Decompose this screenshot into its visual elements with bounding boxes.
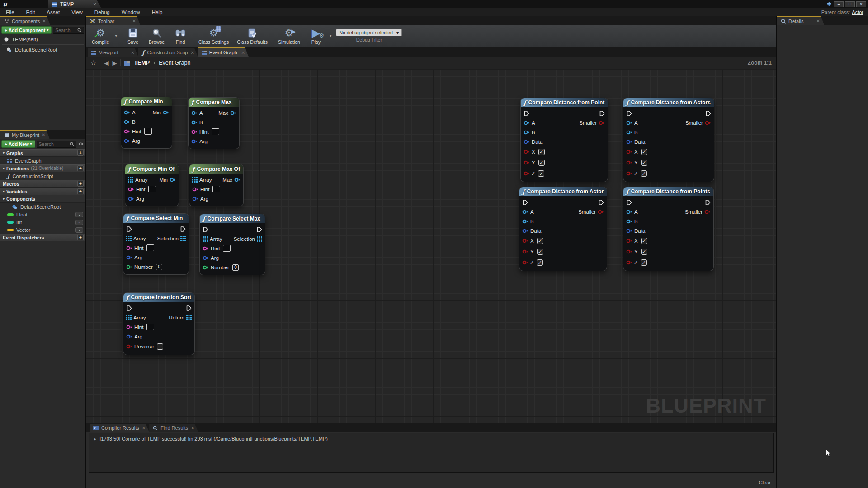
node-title-bar[interactable]: ƒCompare Min Of bbox=[125, 164, 179, 174]
input-pin-arg[interactable] bbox=[124, 138, 130, 144]
add-event-dispatcher-button[interactable]: + bbox=[77, 235, 84, 240]
component-item-self[interactable]: TEMP(self) bbox=[0, 35, 85, 43]
output-pin-smaller[interactable] bbox=[705, 120, 711, 126]
variable-visibility-toggle[interactable]: ⌄ bbox=[75, 212, 83, 217]
exec-in-pin[interactable] bbox=[522, 199, 528, 206]
exec-out-pin[interactable] bbox=[598, 199, 604, 206]
tab-components-close-icon[interactable]: ✕ bbox=[42, 19, 46, 23]
clear-button[interactable]: Clear bbox=[759, 480, 771, 485]
back-arrow-icon[interactable]: ◀ bbox=[104, 60, 108, 66]
menu-asset[interactable]: Asset bbox=[41, 9, 66, 15]
compile-options-caret-icon[interactable]: ▾ bbox=[113, 33, 119, 38]
input-pin-a[interactable] bbox=[626, 120, 632, 126]
simulation-button[interactable]: ⚙▶ Simulation bbox=[274, 26, 304, 46]
input-pin-hint[interactable] bbox=[191, 129, 198, 135]
input-pin-array[interactable] bbox=[128, 177, 133, 183]
node-compare-insertion-sort[interactable]: ƒCompare Insertion SortArrayReturnHintAr… bbox=[123, 292, 195, 355]
output-pin-smaller[interactable] bbox=[599, 120, 605, 126]
checkbox-checked[interactable]: ✓ bbox=[641, 238, 647, 244]
tab-event-graph[interactable]: Event Graph ✕ bbox=[198, 47, 249, 57]
tab-details-close-icon[interactable]: ✕ bbox=[816, 19, 820, 23]
node-title-bar[interactable]: ƒCompare Distance from Actors bbox=[623, 98, 714, 107]
input-pin-hint[interactable] bbox=[128, 187, 134, 192]
tab-details[interactable]: Details ✕ bbox=[777, 16, 824, 25]
input-pin-array[interactable] bbox=[203, 236, 208, 242]
menu-file[interactable]: File bbox=[0, 9, 20, 15]
input-pin-arg[interactable] bbox=[126, 255, 132, 260]
section-variables[interactable]: ▾ Variables + bbox=[0, 188, 85, 195]
input-pin-hint[interactable] bbox=[192, 187, 198, 192]
checkbox-checked[interactable]: ✓ bbox=[537, 249, 543, 255]
hint-textbox[interactable] bbox=[223, 245, 231, 252]
exec-in-pin[interactable] bbox=[203, 226, 208, 233]
tab-my-blueprint[interactable]: My Blueprint ✕ bbox=[0, 130, 50, 139]
parent-class-link[interactable]: Actor bbox=[852, 9, 863, 15]
input-pin-a[interactable] bbox=[124, 110, 130, 115]
components-search[interactable] bbox=[53, 27, 84, 34]
tab-toolbar[interactable]: Toolbar ✕ bbox=[86, 16, 140, 25]
input-pin-b[interactable] bbox=[524, 130, 530, 135]
node-title-bar[interactable]: ƒCompare Distance from Point bbox=[521, 98, 608, 107]
input-pin-array[interactable] bbox=[192, 177, 198, 183]
menu-edit[interactable]: Edit bbox=[20, 9, 41, 15]
checkbox-checked[interactable]: ✓ bbox=[641, 170, 647, 177]
input-pin-number[interactable] bbox=[203, 265, 209, 270]
menu-debug[interactable]: Debug bbox=[89, 9, 116, 15]
exec-in-pin[interactable] bbox=[626, 110, 632, 117]
input-pin-array[interactable] bbox=[126, 315, 132, 320]
event-graph-canvas[interactable]: BLUEPRINT ƒCompare MinAMinBHintArgƒCompa… bbox=[86, 69, 776, 423]
input-pin-reverse[interactable] bbox=[126, 344, 132, 349]
input-pin-hint[interactable] bbox=[124, 129, 130, 134]
log-entry[interactable]: ● [1703,50] Compile of TEMP successful! … bbox=[89, 433, 773, 444]
output-pin-max[interactable] bbox=[230, 110, 236, 116]
number-input[interactable]: 0 bbox=[156, 264, 162, 270]
eye-filter-icon[interactable] bbox=[78, 142, 84, 146]
function-item-constructionscript[interactable]: ƒ ConstructionScript bbox=[0, 172, 85, 180]
components-search-input[interactable] bbox=[55, 28, 77, 33]
output-pin-smaller[interactable] bbox=[598, 209, 604, 215]
hint-textbox[interactable] bbox=[144, 128, 152, 135]
input-pin-hint[interactable] bbox=[203, 246, 209, 251]
section-functions[interactable]: ▾ Functions (21 Overridable) + bbox=[0, 164, 85, 172]
expand-triangle-icon[interactable]: ▾ bbox=[3, 197, 5, 201]
input-pin-x[interactable] bbox=[626, 238, 632, 244]
checkbox-checked[interactable]: ✓ bbox=[538, 170, 544, 177]
add-macro-button[interactable]: + bbox=[77, 181, 84, 187]
checkbox-checked[interactable]: ✓ bbox=[537, 259, 543, 266]
expand-triangle-icon[interactable]: ▾ bbox=[3, 166, 5, 170]
exec-out-pin[interactable] bbox=[705, 110, 711, 117]
output-pin-min[interactable] bbox=[163, 110, 169, 115]
minimize-button[interactable]: – bbox=[834, 1, 844, 7]
input-pin-y[interactable] bbox=[626, 160, 632, 165]
node-compare-min[interactable]: ƒCompare MinAMinBHintArg bbox=[121, 97, 172, 149]
close-button[interactable]: ✕ bbox=[856, 1, 866, 7]
tab-viewport-close-icon[interactable]: ✕ bbox=[131, 50, 135, 55]
menu-help[interactable]: Help bbox=[146, 9, 169, 15]
input-pin-z[interactable] bbox=[626, 171, 632, 176]
node-title-bar[interactable]: ƒCompare Select Max bbox=[200, 214, 265, 223]
node-title-bar[interactable]: ƒCompare Insertion Sort bbox=[123, 293, 194, 302]
tab-construction-script-close-icon[interactable]: ✕ bbox=[190, 50, 194, 55]
input-pin-a[interactable] bbox=[522, 209, 528, 215]
input-pin-y[interactable] bbox=[522, 249, 528, 254]
checkbox-checked[interactable]: ✓ bbox=[537, 238, 543, 244]
hint-textbox[interactable] bbox=[212, 128, 219, 135]
input-pin-y[interactable] bbox=[524, 160, 530, 165]
input-pin-y[interactable] bbox=[626, 249, 632, 254]
input-pin-arg[interactable] bbox=[191, 139, 198, 144]
hint-textbox[interactable] bbox=[146, 324, 154, 330]
output-pin-smaller[interactable] bbox=[704, 209, 711, 215]
exec-out-pin[interactable] bbox=[599, 110, 605, 117]
app-tab-temp[interactable]: TEMP ✕ bbox=[48, 0, 101, 8]
add-component-button[interactable]: + Add Component▾ bbox=[1, 26, 52, 34]
my-blueprint-search[interactable] bbox=[37, 141, 76, 148]
output-pin-selection[interactable] bbox=[180, 236, 186, 241]
input-pin-data[interactable] bbox=[524, 139, 530, 145]
variable-item-float[interactable]: Float ⌄ bbox=[0, 211, 85, 218]
checkbox-checked[interactable]: ✓ bbox=[641, 249, 647, 255]
input-pin-data[interactable] bbox=[626, 139, 632, 145]
browse-button[interactable]: Browse bbox=[145, 26, 169, 46]
tab-toolbar-close-icon[interactable]: ✕ bbox=[132, 19, 136, 23]
my-blueprint-search-input[interactable] bbox=[39, 141, 70, 147]
node-compare-distance-from-points[interactable]: ƒCompare Distance from PointsASmallerBDa… bbox=[623, 187, 714, 271]
